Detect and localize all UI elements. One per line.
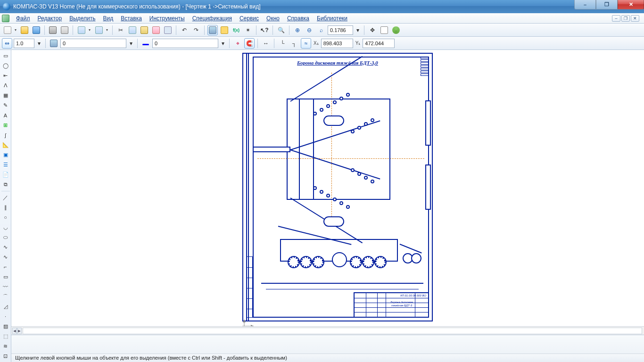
reports-tool-icon[interactable]: 📄 [1,170,10,179]
menu-libs[interactable]: Библиотеки [313,14,351,23]
select-tool-icon[interactable]: ▣ [1,150,10,159]
fillet-tool-icon[interactable]: ⌒ [1,292,10,301]
maximize-button[interactable]: ❐ [596,0,618,9]
minimize-button[interactable]: – [574,0,596,9]
zoom-previous-button[interactable] [379,25,389,35]
ellipse-tool-icon[interactable]: ⬭ [1,233,10,242]
measure-tool-icon[interactable]: 📐 [1,140,10,149]
open-button[interactable] [19,25,30,35]
redraw-button[interactable] [391,25,401,35]
line-style-dropdown[interactable]: ▾ [220,38,226,49]
global-snap-toggle[interactable]: 🧲 [244,38,255,49]
library-manager-button[interactable] [219,25,230,35]
table-tool-icon[interactable]: ⊞ [1,121,10,130]
zoom-dropdown-button[interactable]: ▾ [355,25,361,35]
menu-insert[interactable]: Вставка [117,14,146,23]
format-painter-button[interactable] [151,25,161,35]
point-tool-icon[interactable]: · [1,312,10,321]
param-tool-icon[interactable]: ∫ [1,131,10,140]
chamfer-tool-icon[interactable]: ◿ [1,302,10,311]
views-tool-icon[interactable]: ⧉ [1,180,10,189]
menu-spec[interactable]: Спецификация [189,14,236,23]
new-document-button[interactable] [2,25,18,35]
insert-view-button[interactable] [93,25,109,35]
notation-tool-icon[interactable]: Ʌ [1,81,10,90]
document-manager-button[interactable] [207,25,218,35]
hatch-area-icon[interactable]: ▨ [1,322,10,331]
drawing-canvas[interactable]: Борона дисковая тяжёлая БДТ-3,0 [11,50,644,326]
paste-button[interactable] [139,25,149,35]
copy-button[interactable] [127,25,138,35]
menu-editor[interactable]: Редактор [34,14,66,23]
ortho-toggle-button[interactable]: ┐ [289,38,299,49]
pan-button[interactable]: ✥ [367,25,378,35]
standard-toolbar: ✂ ↶ ↷ f(x) ✶ ↖? 🔍 ⊕ ⊖ ⌕ ▾ ✥ [0,24,644,37]
polyline-tool-icon[interactable]: ⌐ [1,263,10,272]
spec-tool-icon[interactable]: ☰ [1,160,10,169]
ortho-x-button[interactable]: ↔ [261,38,271,49]
geometry-tool-icon[interactable]: ◯ [1,61,10,70]
mdi-restore-button[interactable]: ❐ [621,15,630,22]
menu-view[interactable]: Вид [99,14,117,23]
undo-button[interactable]: ↶ [179,25,190,35]
horizontal-scrollbar[interactable] [23,328,642,334]
menu-file[interactable]: Файл [12,14,34,23]
menu-service[interactable]: Сервис [236,14,263,23]
hatch-tool-icon[interactable]: ▦ [1,91,10,100]
line-style-button[interactable] [140,38,151,49]
layer-state-button[interactable] [49,38,59,49]
spline-tool-icon[interactable]: ∿ [1,243,10,252]
print-button[interactable] [48,25,58,35]
circle-tool-icon[interactable]: ○ [1,213,10,222]
menu-select[interactable]: Выделить [66,14,99,23]
grid-step-input[interactable] [14,39,34,48]
pointer-tool-icon[interactable]: ▭ [1,51,10,60]
snap-toggle-button[interactable]: ⇔ [2,38,12,49]
bezier-tool-icon[interactable]: ∿ [1,253,10,262]
zoom-out-button[interactable]: ⊖ [304,25,314,35]
save-button[interactable] [31,25,41,35]
mdi-minimize-button[interactable]: – [612,15,620,22]
tab-scroll-left[interactable]: ◄ [12,328,17,334]
menu-window[interactable]: Окно [263,14,283,23]
zoom-window-button[interactable]: ⌕ [316,25,326,35]
rectangle-tool-icon[interactable]: ▭ [1,272,10,281]
dimension-tool-icon[interactable]: ⇤ [1,71,10,80]
close-button[interactable]: ✕ [618,0,644,9]
contour-tool-icon[interactable]: ⬚ [1,332,10,341]
context-help-button[interactable]: ↖? [259,25,270,35]
zoom-fit-button[interactable]: 🔍 [276,25,286,35]
arc-tool-icon[interactable]: ◡ [1,223,10,232]
menu-help[interactable]: Справка [283,14,313,23]
text-tool-icon[interactable]: A [1,111,10,120]
redo-button[interactable]: ↷ [191,25,201,35]
mdi-close-button[interactable]: ✕ [631,15,639,22]
layer-combo[interactable] [60,39,126,48]
zoom-value-input[interactable] [328,25,353,35]
segment-tool-icon[interactable]: ／ [1,193,10,202]
zoom-in-button[interactable]: ⊕ [292,25,303,35]
line-style-combo[interactable] [152,39,218,48]
print-preview-button[interactable] [59,25,70,35]
tab-scroll-right[interactable]: ► [17,328,22,334]
menu-tools[interactable]: Инструменты [146,14,189,23]
collect-contour-icon[interactable]: ⊡ [1,352,10,361]
edit-tool-icon[interactable]: ✎ [1,101,10,110]
round-toggle-button[interactable]: ≈ [301,38,311,49]
left-tool-palette: ▭ ◯ ⇤ Ʌ ▦ ✎ A ⊞ ∫ 📐 ▣ ☰ 📄 ⧉ ／ ∥ ○ ◡ ⬭ ∿ … [0,50,11,362]
coord-y-input[interactable] [363,39,395,48]
curve-tool-icon[interactable]: 〰 [1,282,10,291]
drawing-sheet: Борона дисковая тяжёлая БДТ-3,0 [242,53,433,321]
properties-button[interactable] [163,25,173,35]
parametrize-button[interactable]: ✶ [243,25,253,35]
layer-dropdown[interactable]: ▾ [128,38,134,49]
parallel-line-icon[interactable]: ∥ [1,203,10,212]
variables-button[interactable]: f(x) [231,25,241,35]
cut-button[interactable]: ✂ [116,25,126,35]
local-cs-button[interactable]: └ [277,38,288,49]
grid-step-dropdown[interactable]: ▾ [36,38,42,49]
insert-fragment-button[interactable] [76,25,92,35]
snap-settings-button[interactable]: ⌖ [232,38,243,49]
coord-x-input[interactable] [321,39,353,48]
equidistant-icon[interactable]: ≋ [1,342,10,351]
